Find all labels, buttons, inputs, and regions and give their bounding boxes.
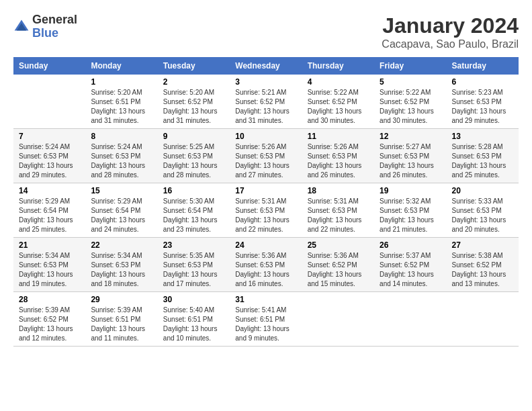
daylight-text-2: and 20 minutes.	[452, 226, 500, 233]
daylight-text: Daylight: 13 hours	[235, 162, 290, 169]
calendar-cell: 20Sunrise: 5:33 AMSunset: 6:53 PMDayligh…	[447, 183, 519, 238]
daylight-text: Daylight: 13 hours	[91, 325, 145, 332]
weekday-header-saturday: Saturday	[447, 57, 519, 75]
day-info: Sunrise: 5:28 AMSunset: 6:53 PMDaylight:…	[452, 142, 513, 180]
day-number: 8	[91, 132, 152, 141]
day-number: 16	[163, 186, 224, 195]
day-info: Sunrise: 5:23 AMSunset: 6:53 PMDaylight:…	[452, 88, 513, 126]
sunset-text: Sunset: 6:51 PM	[91, 316, 140, 323]
sunrise-text: Sunrise: 5:34 AM	[91, 252, 142, 259]
daylight-text-2: and 29 minutes.	[452, 117, 500, 124]
calendar-cell: 22Sunrise: 5:34 AMSunset: 6:53 PMDayligh…	[85, 238, 157, 292]
calendar-table: SundayMondayTuesdayWednesdayThursdayFrid…	[13, 57, 519, 347]
weekday-header-monday: Monday	[85, 57, 157, 75]
day-number: 10	[235, 132, 296, 141]
sunrise-text: Sunrise: 5:39 AM	[19, 306, 70, 314]
daylight-text-2: and 31 minutes.	[163, 117, 211, 124]
day-info: Sunrise: 5:20 AMSunset: 6:52 PMDaylight:…	[163, 88, 224, 126]
day-info: Sunrise: 5:40 AMSunset: 6:51 PMDaylight:…	[163, 306, 224, 343]
sunset-text: Sunset: 6:52 PM	[452, 261, 502, 269]
day-number: 20	[452, 186, 513, 195]
sunset-text: Sunset: 6:53 PM	[91, 152, 140, 160]
day-number: 24	[235, 240, 296, 250]
daylight-text: Daylight: 13 hours	[163, 325, 218, 332]
calendar-cell: 30Sunrise: 5:40 AMSunset: 6:51 PMDayligh…	[158, 292, 230, 347]
calendar-cell	[302, 292, 374, 347]
day-number: 18	[308, 186, 369, 195]
daylight-text-2: and 31 minutes.	[91, 117, 138, 124]
daylight-text: Daylight: 13 hours	[452, 216, 506, 224]
week-row-3: 14Sunrise: 5:29 AMSunset: 6:54 PMDayligh…	[13, 183, 519, 238]
sunrise-text: Sunrise: 5:30 AM	[163, 197, 214, 205]
day-info: Sunrise: 5:27 AMSunset: 6:53 PMDaylight:…	[380, 142, 441, 180]
sunrise-text: Sunrise: 5:24 AM	[91, 143, 142, 150]
sunrise-text: Sunrise: 5:31 AM	[308, 197, 359, 205]
calendar-cell: 7Sunrise: 5:24 AMSunset: 6:53 PMDaylight…	[13, 129, 85, 183]
calendar-cell: 9Sunrise: 5:25 AMSunset: 6:53 PMDaylight…	[158, 129, 230, 183]
day-info: Sunrise: 5:29 AMSunset: 6:54 PMDaylight:…	[19, 197, 80, 234]
daylight-text: Daylight: 13 hours	[91, 271, 145, 278]
sunset-text: Sunset: 6:51 PM	[235, 316, 285, 323]
daylight-text: Daylight: 13 hours	[308, 162, 362, 169]
daylight-text: Daylight: 13 hours	[308, 216, 362, 224]
daylight-text: Daylight: 13 hours	[163, 107, 218, 115]
calendar-cell: 2Sunrise: 5:20 AMSunset: 6:52 PMDaylight…	[158, 75, 230, 129]
day-number: 22	[91, 240, 152, 250]
calendar-cell: 25Sunrise: 5:36 AMSunset: 6:52 PMDayligh…	[302, 238, 374, 292]
daylight-text: Daylight: 13 hours	[235, 216, 290, 224]
sunrise-text: Sunrise: 5:28 AM	[452, 143, 503, 150]
sunrise-text: Sunrise: 5:39 AM	[91, 306, 142, 314]
daylight-text: Daylight: 13 hours	[235, 325, 290, 332]
calendar-cell	[13, 75, 85, 129]
daylight-text: Daylight: 13 hours	[308, 271, 362, 278]
calendar-cell: 5Sunrise: 5:22 AMSunset: 6:52 PMDaylight…	[374, 75, 446, 129]
weekday-header-tuesday: Tuesday	[158, 57, 230, 75]
daylight-text: Daylight: 13 hours	[19, 162, 73, 169]
logo-text: General Blue	[32, 13, 77, 40]
sunset-text: Sunset: 6:51 PM	[91, 98, 140, 105]
sunset-text: Sunset: 6:53 PM	[452, 98, 502, 105]
daylight-text-2: and 10 minutes.	[163, 334, 211, 342]
calendar-cell: 26Sunrise: 5:37 AMSunset: 6:52 PMDayligh…	[374, 238, 446, 292]
day-info: Sunrise: 5:22 AMSunset: 6:52 PMDaylight:…	[308, 88, 369, 126]
sunrise-text: Sunrise: 5:38 AM	[452, 252, 503, 259]
daylight-text-2: and 28 minutes.	[91, 171, 138, 179]
day-info: Sunrise: 5:29 AMSunset: 6:54 PMDaylight:…	[91, 197, 152, 234]
daylight-text-2: and 22 minutes.	[308, 226, 355, 233]
day-info: Sunrise: 5:38 AMSunset: 6:52 PMDaylight:…	[452, 251, 513, 289]
sunrise-text: Sunrise: 5:20 AM	[163, 89, 214, 96]
day-number: 17	[235, 186, 296, 195]
day-number: 23	[163, 240, 224, 250]
sunrise-text: Sunrise: 5:26 AM	[235, 143, 286, 150]
daylight-text-2: and 30 minutes.	[308, 117, 355, 124]
calendar-cell: 27Sunrise: 5:38 AMSunset: 6:52 PMDayligh…	[447, 238, 519, 292]
day-info: Sunrise: 5:39 AMSunset: 6:51 PMDaylight:…	[91, 306, 152, 343]
sunrise-text: Sunrise: 5:27 AM	[380, 143, 431, 150]
daylight-text: Daylight: 13 hours	[308, 107, 362, 115]
daylight-text-2: and 12 minutes.	[19, 334, 66, 342]
sunset-text: Sunset: 6:54 PM	[163, 207, 213, 214]
daylight-text-2: and 28 minutes.	[163, 171, 211, 179]
calendar-cell: 23Sunrise: 5:35 AMSunset: 6:53 PMDayligh…	[158, 238, 230, 292]
daylight-text-2: and 18 minutes.	[91, 280, 138, 287]
daylight-text: Daylight: 13 hours	[235, 107, 290, 115]
weekday-header-sunday: Sunday	[13, 57, 85, 75]
sunrise-text: Sunrise: 5:24 AM	[19, 143, 70, 150]
sunrise-text: Sunrise: 5:40 AM	[163, 306, 214, 314]
calendar-cell: 17Sunrise: 5:31 AMSunset: 6:53 PMDayligh…	[230, 183, 302, 238]
day-info: Sunrise: 5:34 AMSunset: 6:53 PMDaylight:…	[19, 251, 80, 289]
daylight-text: Daylight: 13 hours	[452, 271, 506, 278]
day-info: Sunrise: 5:25 AMSunset: 6:53 PMDaylight:…	[163, 142, 224, 180]
daylight-text-2: and 27 minutes.	[235, 171, 283, 179]
day-info: Sunrise: 5:21 AMSunset: 6:52 PMDaylight:…	[235, 88, 296, 126]
daylight-text-2: and 30 minutes.	[380, 117, 427, 124]
sunset-text: Sunset: 6:54 PM	[19, 207, 69, 214]
daylight-text-2: and 16 minutes.	[235, 280, 283, 287]
sunrise-text: Sunrise: 5:22 AM	[308, 89, 359, 96]
daylight-text: Daylight: 13 hours	[163, 271, 218, 278]
sunrise-text: Sunrise: 5:22 AM	[380, 89, 431, 96]
daylight-text-2: and 23 minutes.	[163, 226, 211, 233]
day-number: 25	[308, 240, 369, 250]
sunrise-text: Sunrise: 5:41 AM	[235, 306, 286, 314]
calendar-cell: 13Sunrise: 5:28 AMSunset: 6:53 PMDayligh…	[447, 129, 519, 183]
